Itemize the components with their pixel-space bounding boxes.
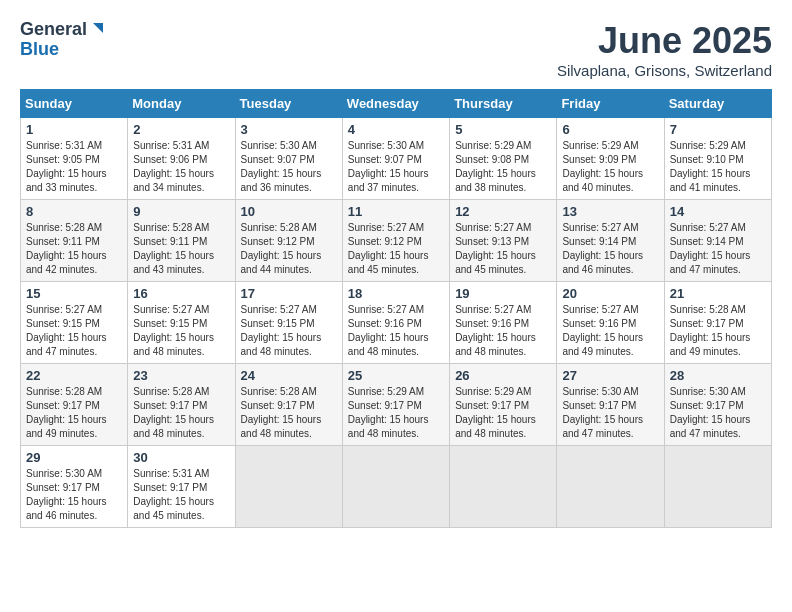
logo-blue-text: Blue (20, 40, 59, 60)
table-cell: 25Sunrise: 5:29 AM Sunset: 9:17 PM Dayli… (342, 364, 449, 446)
day-info: Sunrise: 5:27 AM Sunset: 9:16 PM Dayligh… (455, 303, 551, 359)
table-cell: 24Sunrise: 5:28 AM Sunset: 9:17 PM Dayli… (235, 364, 342, 446)
day-number: 24 (241, 368, 337, 383)
title-block: June 2025 Silvaplana, Grisons, Switzerla… (557, 20, 772, 79)
day-info: Sunrise: 5:28 AM Sunset: 9:11 PM Dayligh… (133, 221, 229, 277)
logo-triangle-icon (89, 19, 107, 37)
day-number: 21 (670, 286, 766, 301)
table-cell: 6Sunrise: 5:29 AM Sunset: 9:09 PM Daylig… (557, 118, 664, 200)
table-cell (342, 446, 449, 528)
header-saturday: Saturday (664, 90, 771, 118)
header-wednesday: Wednesday (342, 90, 449, 118)
day-number: 27 (562, 368, 658, 383)
day-number: 18 (348, 286, 444, 301)
table-cell (557, 446, 664, 528)
day-info: Sunrise: 5:30 AM Sunset: 9:17 PM Dayligh… (670, 385, 766, 441)
day-info: Sunrise: 5:29 AM Sunset: 9:17 PM Dayligh… (455, 385, 551, 441)
header-sunday: Sunday (21, 90, 128, 118)
day-info: Sunrise: 5:30 AM Sunset: 9:07 PM Dayligh… (241, 139, 337, 195)
day-info: Sunrise: 5:31 AM Sunset: 9:06 PM Dayligh… (133, 139, 229, 195)
table-cell: 2Sunrise: 5:31 AM Sunset: 9:06 PM Daylig… (128, 118, 235, 200)
day-info: Sunrise: 5:30 AM Sunset: 9:07 PM Dayligh… (348, 139, 444, 195)
week-row-4: 22Sunrise: 5:28 AM Sunset: 9:17 PM Dayli… (21, 364, 772, 446)
table-cell: 22Sunrise: 5:28 AM Sunset: 9:17 PM Dayli… (21, 364, 128, 446)
day-number: 15 (26, 286, 122, 301)
day-info: Sunrise: 5:27 AM Sunset: 9:15 PM Dayligh… (241, 303, 337, 359)
day-info: Sunrise: 5:29 AM Sunset: 9:09 PM Dayligh… (562, 139, 658, 195)
table-cell: 21Sunrise: 5:28 AM Sunset: 9:17 PM Dayli… (664, 282, 771, 364)
week-row-5: 29Sunrise: 5:30 AM Sunset: 9:17 PM Dayli… (21, 446, 772, 528)
calendar-table: Sunday Monday Tuesday Wednesday Thursday… (20, 89, 772, 528)
header-thursday: Thursday (450, 90, 557, 118)
table-cell: 5Sunrise: 5:29 AM Sunset: 9:08 PM Daylig… (450, 118, 557, 200)
title-location: Silvaplana, Grisons, Switzerland (557, 62, 772, 79)
day-info: Sunrise: 5:27 AM Sunset: 9:13 PM Dayligh… (455, 221, 551, 277)
day-info: Sunrise: 5:27 AM Sunset: 9:16 PM Dayligh… (562, 303, 658, 359)
day-number: 6 (562, 122, 658, 137)
day-info: Sunrise: 5:30 AM Sunset: 9:17 PM Dayligh… (26, 467, 122, 523)
day-info: Sunrise: 5:28 AM Sunset: 9:17 PM Dayligh… (133, 385, 229, 441)
logo: General Blue (20, 20, 107, 60)
table-cell: 12Sunrise: 5:27 AM Sunset: 9:13 PM Dayli… (450, 200, 557, 282)
table-cell: 30Sunrise: 5:31 AM Sunset: 9:17 PM Dayli… (128, 446, 235, 528)
day-number: 8 (26, 204, 122, 219)
day-number: 26 (455, 368, 551, 383)
day-info: Sunrise: 5:27 AM Sunset: 9:14 PM Dayligh… (670, 221, 766, 277)
title-month: June 2025 (557, 20, 772, 62)
table-cell: 11Sunrise: 5:27 AM Sunset: 9:12 PM Dayli… (342, 200, 449, 282)
week-row-2: 8Sunrise: 5:28 AM Sunset: 9:11 PM Daylig… (21, 200, 772, 282)
table-cell: 29Sunrise: 5:30 AM Sunset: 9:17 PM Dayli… (21, 446, 128, 528)
header-monday: Monday (128, 90, 235, 118)
page-header: General Blue June 2025 Silvaplana, Griso… (20, 20, 772, 79)
day-number: 14 (670, 204, 766, 219)
table-cell: 20Sunrise: 5:27 AM Sunset: 9:16 PM Dayli… (557, 282, 664, 364)
day-info: Sunrise: 5:29 AM Sunset: 9:08 PM Dayligh… (455, 139, 551, 195)
table-cell: 28Sunrise: 5:30 AM Sunset: 9:17 PM Dayli… (664, 364, 771, 446)
header-friday: Friday (557, 90, 664, 118)
day-number: 23 (133, 368, 229, 383)
day-number: 17 (241, 286, 337, 301)
day-info: Sunrise: 5:28 AM Sunset: 9:17 PM Dayligh… (26, 385, 122, 441)
table-cell: 10Sunrise: 5:28 AM Sunset: 9:12 PM Dayli… (235, 200, 342, 282)
day-info: Sunrise: 5:29 AM Sunset: 9:17 PM Dayligh… (348, 385, 444, 441)
table-cell (664, 446, 771, 528)
table-cell: 15Sunrise: 5:27 AM Sunset: 9:15 PM Dayli… (21, 282, 128, 364)
table-cell: 27Sunrise: 5:30 AM Sunset: 9:17 PM Dayli… (557, 364, 664, 446)
day-number: 1 (26, 122, 122, 137)
logo-general-text: General (20, 20, 87, 40)
day-number: 7 (670, 122, 766, 137)
table-cell: 1Sunrise: 5:31 AM Sunset: 9:05 PM Daylig… (21, 118, 128, 200)
day-number: 22 (26, 368, 122, 383)
day-info: Sunrise: 5:28 AM Sunset: 9:17 PM Dayligh… (670, 303, 766, 359)
day-number: 10 (241, 204, 337, 219)
day-info: Sunrise: 5:31 AM Sunset: 9:17 PM Dayligh… (133, 467, 229, 523)
day-number: 25 (348, 368, 444, 383)
day-info: Sunrise: 5:27 AM Sunset: 9:15 PM Dayligh… (133, 303, 229, 359)
day-info: Sunrise: 5:30 AM Sunset: 9:17 PM Dayligh… (562, 385, 658, 441)
table-cell: 23Sunrise: 5:28 AM Sunset: 9:17 PM Dayli… (128, 364, 235, 446)
day-info: Sunrise: 5:27 AM Sunset: 9:12 PM Dayligh… (348, 221, 444, 277)
table-cell: 9Sunrise: 5:28 AM Sunset: 9:11 PM Daylig… (128, 200, 235, 282)
day-info: Sunrise: 5:28 AM Sunset: 9:17 PM Dayligh… (241, 385, 337, 441)
day-info: Sunrise: 5:27 AM Sunset: 9:14 PM Dayligh… (562, 221, 658, 277)
day-info: Sunrise: 5:31 AM Sunset: 9:05 PM Dayligh… (26, 139, 122, 195)
day-info: Sunrise: 5:27 AM Sunset: 9:15 PM Dayligh… (26, 303, 122, 359)
table-cell: 3Sunrise: 5:30 AM Sunset: 9:07 PM Daylig… (235, 118, 342, 200)
table-cell (235, 446, 342, 528)
day-number: 4 (348, 122, 444, 137)
day-number: 12 (455, 204, 551, 219)
table-cell: 4Sunrise: 5:30 AM Sunset: 9:07 PM Daylig… (342, 118, 449, 200)
table-cell: 14Sunrise: 5:27 AM Sunset: 9:14 PM Dayli… (664, 200, 771, 282)
calendar-header-row: Sunday Monday Tuesday Wednesday Thursday… (21, 90, 772, 118)
svg-marker-0 (93, 23, 103, 33)
table-cell: 7Sunrise: 5:29 AM Sunset: 9:10 PM Daylig… (664, 118, 771, 200)
day-info: Sunrise: 5:28 AM Sunset: 9:12 PM Dayligh… (241, 221, 337, 277)
day-number: 29 (26, 450, 122, 465)
week-row-3: 15Sunrise: 5:27 AM Sunset: 9:15 PM Dayli… (21, 282, 772, 364)
day-number: 5 (455, 122, 551, 137)
table-cell (450, 446, 557, 528)
day-number: 20 (562, 286, 658, 301)
day-number: 30 (133, 450, 229, 465)
day-info: Sunrise: 5:27 AM Sunset: 9:16 PM Dayligh… (348, 303, 444, 359)
day-number: 19 (455, 286, 551, 301)
